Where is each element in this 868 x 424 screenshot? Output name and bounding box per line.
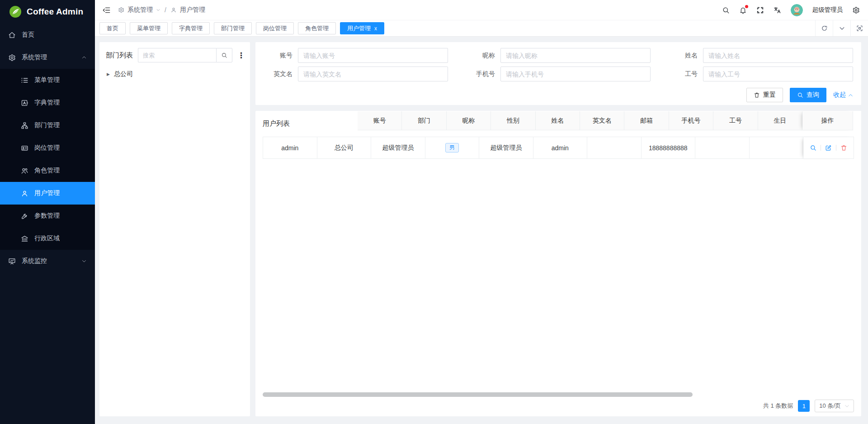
user-name[interactable]: 超级管理员 [812, 6, 843, 14]
notification-bell-icon[interactable] [739, 6, 747, 14]
action-divider [821, 145, 821, 151]
tab-menu-mgmt[interactable]: 菜单管理 [130, 22, 168, 34]
department-panel-title: 部门列表 [106, 51, 133, 60]
tab-close-icon[interactable]: x [374, 25, 377, 32]
user-avatar[interactable] [791, 4, 803, 16]
user-list-panel: 用户列表 新增 导出 账号 部门 昵称 性别 姓名 英文名 邮箱 手机号 [255, 111, 861, 416]
cell-en-name: admin [533, 137, 588, 159]
caret-down-icon[interactable] [156, 8, 160, 12]
tab-bar: 首页 菜单管理 字典管理 部门管理 岗位管理 角色管理 用户管理 x [95, 20, 868, 37]
tree-node-company[interactable]: ▶ 总公司 [106, 70, 244, 78]
edit-icon[interactable] [825, 144, 832, 151]
en-name-input[interactable] [298, 67, 448, 81]
department-search-input[interactable] [138, 48, 216, 62]
sidebar-item-label: 系统管理 [22, 53, 47, 62]
translate-icon[interactable] [774, 6, 781, 14]
department-panel: 部门列表 ⋮ ▶ 总公司 [99, 42, 250, 416]
monitor-chart-icon [8, 257, 16, 265]
tab-label: 菜单管理 [137, 24, 160, 33]
sidebar-item-label: 菜单管理 [34, 76, 60, 84]
column-header-job-no: 工号 [713, 111, 758, 130]
sidebar-item-dept-mgmt[interactable]: 部门管理 [0, 114, 95, 137]
sidebar-item-role-mgmt[interactable]: 角色管理 [0, 159, 95, 182]
wrench-icon [21, 212, 28, 220]
sidebar-menu: 首页 系统管理 菜单管理 字典管理 部门管理 岗位管理 [0, 24, 95, 272]
view-detail-icon[interactable] [810, 144, 816, 151]
sidebar-item-label: 部门管理 [34, 121, 60, 129]
search-icon[interactable] [722, 6, 730, 14]
tab-post-mgmt[interactable]: 岗位管理 [256, 22, 294, 34]
reset-button-label: 重置 [763, 91, 776, 99]
filter-label: 工号 [669, 70, 698, 78]
phone-input[interactable] [500, 67, 651, 81]
pagination: 共 1 条数据 1 10 条/页 [763, 400, 854, 412]
cell-gender: 男 [425, 137, 480, 159]
column-header-actions: 操作 [802, 111, 853, 130]
tab-refresh-icon[interactable] [815, 20, 833, 36]
breadcrumb-separator: / [164, 6, 167, 14]
app-logo[interactable]: Coffee Admin [0, 0, 95, 24]
department-more-icon[interactable]: ⋮ [237, 52, 244, 59]
filter-label: 账号 [264, 52, 292, 60]
tab-user-mgmt[interactable]: 用户管理 x [340, 22, 384, 34]
sidebar-item-menu-mgmt[interactable]: 菜单管理 [0, 69, 95, 91]
account-input[interactable] [298, 48, 448, 63]
table-row[interactable]: admin 总公司 超级管理员 男 超级管理员 admin 1888888888… [263, 137, 854, 159]
horizontal-scrollbar[interactable] [263, 392, 693, 397]
page-size-select[interactable]: 10 条/页 [815, 400, 854, 412]
chevron-up-icon [81, 55, 87, 60]
tab-home[interactable]: 首页 [99, 22, 126, 34]
cell-name: 超级管理员 [479, 137, 533, 159]
reset-button[interactable]: 重置 [746, 88, 783, 102]
nickname-input[interactable] [500, 48, 651, 63]
column-header-nickname: 昵称 [447, 111, 491, 130]
sidebar-item-user-mgmt[interactable]: 用户管理 [0, 182, 95, 205]
breadcrumb: 系统管理 / 用户管理 [118, 6, 205, 14]
sidebar-item-monitor[interactable]: 系统监控 [0, 250, 95, 272]
tab-label: 岗位管理 [263, 24, 287, 33]
pagination-total: 共 1 条数据 [763, 402, 793, 410]
list-icon [21, 76, 28, 84]
tab-dict-mgmt[interactable]: 字典管理 [172, 22, 210, 34]
sidebar-item-region-mgmt[interactable]: 行政区域 [0, 227, 95, 250]
tab-label: 部门管理 [221, 24, 245, 33]
breadcrumb-level2[interactable]: 用户管理 [180, 6, 205, 14]
column-header-en-name: 英文名 [580, 111, 624, 130]
tree-caret-icon[interactable]: ▶ [107, 72, 110, 76]
column-header-phone: 手机号 [669, 111, 713, 130]
sidebar-item-dict-mgmt[interactable]: 字典管理 [0, 91, 95, 114]
column-header-birthday: 生日 [758, 111, 802, 130]
sidebar-collapse-icon[interactable] [102, 6, 111, 14]
collapse-filter-link[interactable]: 收起 [833, 91, 853, 99]
tab-dropdown-icon[interactable] [833, 20, 850, 36]
filter-label: 英文名 [264, 70, 292, 78]
column-header-dept: 部门 [402, 111, 446, 130]
breadcrumb-level1[interactable]: 系统管理 [127, 6, 153, 14]
sidebar-item-param-mgmt[interactable]: 参数管理 [0, 205, 95, 227]
sidebar-item-home[interactable]: 首页 [0, 24, 95, 46]
tab-label: 角色管理 [305, 24, 329, 33]
name-input[interactable] [703, 48, 853, 63]
sidebar-item-post-mgmt[interactable]: 岗位管理 [0, 137, 95, 159]
query-button[interactable]: 查询 [790, 88, 826, 102]
cell-job-no [695, 137, 750, 159]
top-header: 系统管理 / 用户管理 超级管理员 [95, 0, 868, 20]
fullscreen-icon[interactable] [756, 6, 764, 14]
sidebar-item-system[interactable]: 系统管理 [0, 46, 95, 69]
job-no-input[interactable] [703, 67, 853, 81]
content-maximize-icon[interactable] [850, 20, 868, 36]
tab-role-mgmt[interactable]: 角色管理 [298, 22, 336, 34]
coffee-admin-logo-icon [9, 5, 22, 18]
query-button-label: 查询 [807, 91, 819, 99]
department-search-button[interactable] [216, 48, 232, 62]
tab-dept-mgmt[interactable]: 部门管理 [214, 22, 252, 34]
sidebar: Coffee Admin 首页 系统管理 菜单管理 字典管理 部门管理 [0, 0, 95, 424]
filter-label: 姓名 [669, 52, 698, 60]
sidebar-item-label: 首页 [22, 31, 34, 39]
gear-icon [8, 54, 16, 62]
settings-gear-icon[interactable] [852, 6, 860, 14]
sidebar-item-label: 角色管理 [34, 167, 60, 175]
cell-email [587, 137, 642, 159]
delete-icon[interactable] [840, 144, 847, 151]
page-number-button[interactable]: 1 [798, 400, 810, 412]
